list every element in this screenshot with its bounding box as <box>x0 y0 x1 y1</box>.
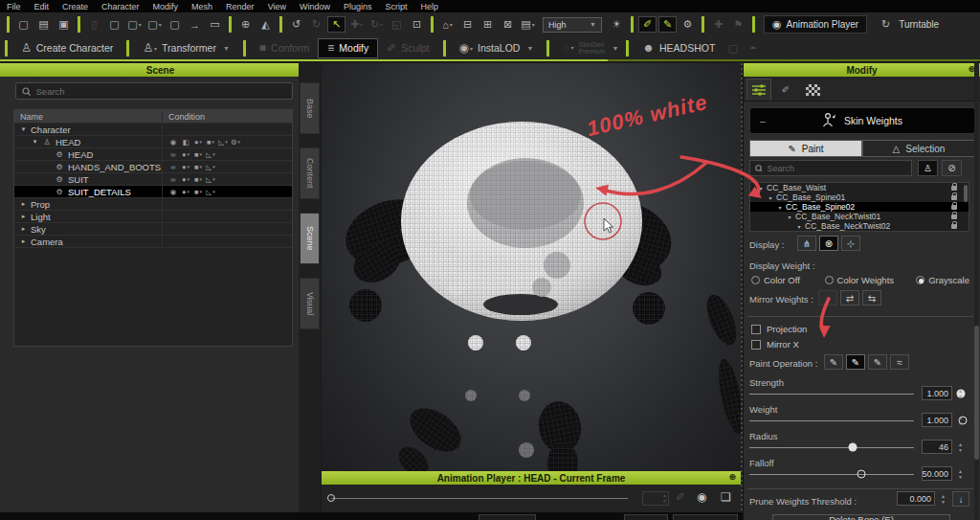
bone-row-spine01[interactable]: ▾CC_Base_Spine01 <box>750 192 969 202</box>
sculpt-button[interactable]: ✐ Sculpt <box>378 38 437 58</box>
import-fbx-icon[interactable]: ▢▾ <box>145 16 164 33</box>
display-voxel-button[interactable]: ⊗ <box>819 236 838 251</box>
helmet-tool-icon[interactable]: ◓ <box>744 40 762 57</box>
modify-scrollbar[interactable] <box>974 63 979 520</box>
strength-value[interactable]: 1.000 <box>922 386 952 400</box>
pose-tool-icon[interactable]: ✚ <box>709 16 727 33</box>
tree-row-prop[interactable]: ▸Prop <box>14 198 292 211</box>
tree-row-sky[interactable]: ▸Sky <box>14 223 292 236</box>
person-icon[interactable]: ♙ <box>42 138 52 147</box>
menu-item-modify[interactable]: Modify <box>153 2 179 11</box>
lighting-sun-icon[interactable]: ☀ <box>608 16 626 33</box>
clear-filter-button[interactable]: ⊘ <box>942 160 962 176</box>
eye-icon[interactable]: ◉ <box>168 187 178 196</box>
export-file-icon[interactable]: → <box>186 16 204 33</box>
tree-row-hands-and-boots[interactable]: ⚙HANDS_AND_BOOTS ∞●▾■▾◺▾ <box>14 161 292 173</box>
scene-search[interactable] <box>15 82 293 100</box>
radio-grayscale[interactable]: Grayscale <box>916 275 969 285</box>
spinner[interactable]: ▲▼ <box>956 440 965 454</box>
tab-scene[interactable]: Scene <box>300 213 320 264</box>
person-icon[interactable]: ♙ <box>21 40 32 57</box>
menu-item-help[interactable]: Help <box>421 2 439 11</box>
render-quality-select[interactable]: High ▼ <box>543 17 602 33</box>
select-icon[interactable]: ↖ <box>327 16 345 33</box>
gear-icon[interactable]: ⚙▾ <box>231 137 240 147</box>
camera-pose-icon[interactable]: ◭ <box>256 16 275 33</box>
link-transform-icon[interactable]: ⊡ <box>408 16 426 33</box>
gear-icon[interactable]: ⚙ <box>55 150 64 160</box>
paint-add-button[interactable]: ✎ <box>824 354 843 370</box>
tab-visual[interactable]: Visual <box>300 278 320 329</box>
turntable-button[interactable]: ↻ Turntable <box>877 16 939 33</box>
radio-color-off[interactable]: Color Off <box>751 275 825 285</box>
lock-icon[interactable] <box>951 205 957 210</box>
hand-icon[interactable]: ✐ <box>387 40 396 57</box>
projection-checkbox[interactable]: Projection <box>751 324 807 334</box>
dock-bottom-icon[interactable]: ⊟ <box>458 16 477 33</box>
collapse-icon[interactable]: – <box>760 115 766 126</box>
sphere-icon[interactable]: ●▾ <box>181 174 190 184</box>
move-icon[interactable]: ✚▾ <box>347 16 366 33</box>
import-obj-icon[interactable]: ▢▾ <box>125 16 144 33</box>
panel-options-icon[interactable]: ⊛ <box>728 472 736 482</box>
modify-button[interactable]: ≡ Modify <box>318 38 378 58</box>
conform-button[interactable]: ■ Conform <box>251 38 319 58</box>
clipped-button[interactable] <box>673 514 738 520</box>
scene-panel-header[interactable]: Scene ⊛ <box>0 63 321 77</box>
undo-icon[interactable]: ↺ <box>287 16 305 33</box>
create-character-button[interactable]: ♙ Create Character <box>12 38 122 58</box>
viewport-3d[interactable] <box>322 63 741 471</box>
tri-icon[interactable]: ◺▾ <box>206 162 215 171</box>
weight-value[interactable]: 1.000 <box>922 413 952 427</box>
edit-motion-icon[interactable]: ✎ <box>658 16 677 33</box>
import-usd-icon[interactable]: ▢ <box>166 16 184 33</box>
skin-weights-mode-bar[interactable]: – Skin Weights <box>749 107 975 134</box>
tree-row-suit[interactable]: ⚙SUIT ∞●▾■▾◺▾ <box>14 173 292 186</box>
paint-subtract-button[interactable]: ✎ <box>868 354 887 370</box>
falloff-slider[interactable]: 50.000 ▲▼ <box>749 467 969 481</box>
magnifier-icon[interactable]: ◌▾ <box>563 40 573 57</box>
skingen-premium-button[interactable]: ◌▾ SkinGen Premium▼ <box>554 38 621 58</box>
menu-item-edit[interactable]: Edit <box>34 2 50 11</box>
link-icon[interactable]: ∞ <box>168 174 178 184</box>
dock-grid-icon[interactable]: ⊞ <box>479 16 497 33</box>
sphere-icon[interactable]: ●▾ <box>181 187 190 196</box>
display-bone-tool-button[interactable]: ⊹ <box>841 236 860 251</box>
spinner[interactable]: ▲▼ <box>956 386 965 400</box>
import-iclone-icon[interactable]: ▢ <box>105 16 123 33</box>
menu-item-render[interactable]: Render <box>226 2 255 11</box>
tab-texture[interactable] <box>800 79 825 101</box>
mirror-x-checkbox[interactable]: Mirror X <box>751 339 799 350</box>
save-file-icon[interactable]: ▣ <box>55 16 73 33</box>
scene-search-input[interactable] <box>36 86 286 97</box>
cube-icon[interactable]: ■▾ <box>193 162 203 171</box>
paint-smooth-button[interactable]: ≈ <box>890 354 909 370</box>
lock-icon[interactable]: ◧ <box>181 137 190 147</box>
bone-row-necktwist02[interactable]: ▾CC_Base_NeckTwist02 <box>750 221 969 231</box>
lock-icon[interactable] <box>951 224 957 229</box>
modify-panel-header[interactable]: Modify ⊛ <box>744 63 980 77</box>
bone-list-scrollbar[interactable] <box>964 185 968 202</box>
gear-icon[interactable]: ⚙ <box>55 188 64 197</box>
gear-icon[interactable]: ⚙ <box>55 163 64 172</box>
slider-handle[interactable] <box>858 470 866 479</box>
cube-icon[interactable]: ■▾ <box>206 137 215 147</box>
tree-row-head[interactable]: ⚙HEAD ∞●▾■▾◺▾ <box>14 148 292 161</box>
hand-tool-icon[interactable]: ✐ <box>676 490 685 504</box>
spinner[interactable]: ▲▼ <box>956 466 965 481</box>
tree-row-camera[interactable]: ▸Camera <box>14 236 292 248</box>
menu-item-file[interactable]: File <box>7 2 21 11</box>
morph-cluster-icon[interactable]: ⚙ <box>679 16 697 33</box>
redo-icon[interactable]: ↻ <box>307 16 325 33</box>
instalod-icon[interactable]: ◉▾ <box>459 40 474 57</box>
render-image-icon[interactable]: ▭ <box>206 16 224 33</box>
edit-pose-icon[interactable]: ✐ <box>638 16 657 33</box>
sliders-icon[interactable]: ≡ <box>327 40 334 57</box>
lock-icon[interactable] <box>951 215 957 219</box>
link-icon[interactable]: ∞ <box>168 162 178 171</box>
clipped-button[interactable] <box>479 514 536 520</box>
spinner[interactable]: ▲▼ <box>939 491 947 506</box>
cube-icon[interactable]: ■ <box>259 40 266 57</box>
prune-threshold-value[interactable]: 0.000 <box>897 491 935 506</box>
cube-icon[interactable]: ■▾ <box>193 187 203 196</box>
